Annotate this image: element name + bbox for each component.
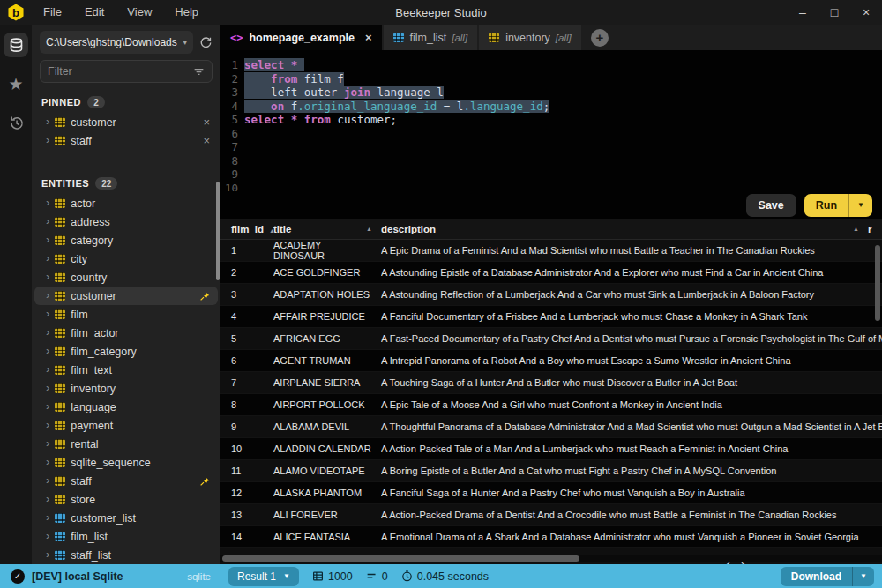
column-header-partial[interactable]: r: [868, 224, 882, 234]
new-tab-button[interactable]: +: [591, 29, 609, 47]
history-nav-button[interactable]: [4, 110, 28, 135]
table-row[interactable]: 14ALICE FANTASIAA Emotional Drama of a A…: [220, 526, 882, 548]
cell-title: ALADDIN CALENDAR: [273, 443, 381, 454]
app-logo[interactable]: b: [0, 4, 32, 21]
column-header-title[interactable]: title▲: [273, 224, 381, 234]
download-button[interactable]: Download: [781, 567, 852, 586]
menu-file[interactable]: File: [32, 0, 73, 25]
entity-item-film[interactable]: ›film: [34, 305, 218, 324]
entity-item-film_list[interactable]: ›film_list: [34, 527, 218, 546]
row-count-stat: 1000: [312, 570, 353, 583]
entity-item-actor[interactable]: ›actor: [34, 194, 218, 212]
entity-item-address[interactable]: ›address: [34, 212, 218, 231]
chevron-right-icon: ›: [46, 252, 49, 264]
entity-item-film_actor[interactable]: ›film_actor: [34, 324, 218, 342]
entity-item-label: actor: [71, 197, 95, 210]
vertical-scrollbar[interactable]: [875, 245, 880, 321]
entity-item-payment[interactable]: ›payment: [34, 416, 218, 435]
status-bar: ✓ [DEV] local Sqlite sqlite Result 1▼ 10…: [0, 564, 882, 588]
table-row[interactable]: 6AGENT TRUMANA Intrepid Panorama of a Ro…: [220, 350, 882, 372]
chevron-right-icon: ›: [46, 530, 49, 541]
maximize-icon[interactable]: □: [818, 0, 850, 25]
cell-description: A Boring Epistle of a Butler And a Cat w…: [381, 465, 882, 476]
table-row[interactable]: 7AIRPLANE SIERRAA Touching Saga of a Hun…: [220, 372, 882, 394]
entity-item-film_category[interactable]: ›film_category: [34, 342, 218, 361]
view-icon: [55, 532, 65, 541]
connection-label: [DEV] local Sqlite: [32, 570, 123, 583]
table-row[interactable]: 1ACADEMY DINOSAURA Epic Drama of a Femin…: [220, 240, 882, 262]
minimize-icon[interactable]: –: [787, 0, 818, 25]
entity-item-label: film_list: [71, 531, 108, 543]
entity-item-store[interactable]: ›store: [34, 490, 218, 509]
download-dropdown-caret-icon[interactable]: ▼: [852, 567, 874, 586]
database-nav-button[interactable]: [4, 33, 28, 57]
result-selector-button[interactable]: Result 1▼: [228, 567, 299, 586]
close-icon[interactable]: ×: [850, 0, 882, 25]
entity-item-staff_list[interactable]: ›staff_list: [34, 546, 218, 564]
unpin-close-icon[interactable]: ×: [203, 134, 210, 147]
refresh-icon[interactable]: [199, 36, 213, 49]
unpin-close-icon[interactable]: ×: [203, 115, 210, 129]
table-row[interactable]: 4AFFAIR PREJUDICEA Fanciful Documentary …: [220, 306, 882, 328]
menu-help[interactable]: Help: [163, 0, 210, 25]
filter-icon[interactable]: [193, 66, 205, 78]
table-row[interactable]: 13ALI FOREVERA Action-Packed Drama of a …: [220, 504, 882, 526]
cell-description: A Emotional Drama of a A Shark And a Dat…: [381, 532, 882, 542]
connection-selector[interactable]: C:\Users\ghstng\Downloads ▾: [40, 31, 193, 54]
code-pane[interactable]: select * from film f left outer join lan…: [244, 58, 882, 191]
horizontal-scrollbar[interactable]: [222, 555, 579, 562]
entity-item-category[interactable]: ›category: [34, 231, 218, 249]
entity-item-customer[interactable]: ›customer: [34, 287, 218, 305]
cell-description: A Epic Tale of a Moose And a Girl who mu…: [381, 399, 882, 410]
menu-view[interactable]: View: [116, 0, 163, 25]
entity-item-language[interactable]: ›language: [34, 398, 218, 416]
entity-item-inventory[interactable]: ›inventory: [34, 379, 218, 398]
table-row[interactable]: 12ALASKA PHANTOMA Fanciful Saga of a Hun…: [220, 482, 882, 504]
cell-title: ALAMO VIDEOTAPE: [273, 465, 381, 476]
run-dropdown-caret-icon[interactable]: ▼: [848, 194, 872, 217]
entity-item-label: sqlite_sequence: [71, 457, 150, 469]
table-row[interactable]: 9ALABAMA DEVILA Thoughtful Panorama of a…: [220, 416, 882, 438]
sql-editor[interactable]: 12345678910 select * from film f left ou…: [220, 50, 882, 191]
tab-film_list[interactable]: film_list[all]: [384, 25, 478, 50]
filter-input[interactable]: [48, 65, 193, 78]
entity-item-film_text[interactable]: ›film_text: [34, 361, 218, 379]
entity-item-rental[interactable]: ›rental: [34, 435, 218, 453]
selection-highlight: left outer join language l: [244, 86, 444, 99]
table-row[interactable]: 5AFRICAN EGGA Fast-Paced Documentary of …: [220, 328, 882, 350]
table-row[interactable]: 8AIRPORT POLLOCKA Epic Tale of a Moose A…: [220, 394, 882, 416]
entity-item-city[interactable]: ›city: [34, 249, 218, 268]
entity-item-label: customer_list: [71, 512, 136, 525]
table-row[interactable]: 3ADAPTATION HOLESA Astounding Reflection…: [220, 284, 882, 306]
run-button[interactable]: Run: [804, 194, 848, 217]
entity-item-label: customer: [71, 290, 116, 302]
chevron-right-icon: ›: [46, 215, 49, 227]
table-row[interactable]: 10ALADDIN CALENDARA Action-Packed Tale o…: [220, 438, 882, 460]
entity-item-sqlite_sequence[interactable]: ›sqlite_sequence: [34, 453, 218, 472]
table-icon: [55, 421, 65, 430]
entity-item-customer_list[interactable]: ›customer_list: [34, 509, 218, 527]
tab-label: inventory: [505, 32, 550, 44]
window-controls: – □ ×: [787, 0, 882, 25]
view-icon: [55, 550, 65, 560]
table-row[interactable]: 2ACE GOLDFINGERA Astounding Epistle of a…: [220, 262, 882, 284]
entity-item-country[interactable]: ›country: [34, 268, 218, 287]
title-bar: b FileEditViewHelp Beekeeper Studio – □ …: [0, 0, 882, 25]
column-header-film-id[interactable]: film_id▲: [220, 224, 273, 234]
close-tab-icon[interactable]: ×: [365, 31, 372, 44]
favorites-nav-button[interactable]: ★: [4, 71, 28, 96]
tab-homepage_example[interactable]: <>homepage_example×: [220, 25, 382, 50]
sidebar-scrollbar[interactable]: [216, 182, 220, 280]
column-header-description[interactable]: description▲: [381, 224, 868, 234]
connection-row: C:\Users\ghstng\Downloads ▾: [32, 25, 220, 56]
code-line: select * from customer;: [244, 113, 882, 127]
chevron-right-icon: ›: [46, 345, 49, 356]
menu-edit[interactable]: Edit: [73, 0, 116, 25]
pinned-item-staff[interactable]: ›staff×: [34, 131, 218, 150]
table-row[interactable]: 11ALAMO VIDEOTAPEA Boring Epistle of a B…: [220, 460, 882, 482]
tab-inventory[interactable]: inventory[all]: [479, 25, 581, 50]
pinned-item-customer[interactable]: ›customer×: [34, 113, 218, 131]
statusbar-connection[interactable]: ✓ [DEV] local Sqlite sqlite: [0, 569, 220, 584]
entity-item-staff[interactable]: ›staff: [34, 472, 218, 490]
save-button[interactable]: Save: [746, 194, 796, 217]
